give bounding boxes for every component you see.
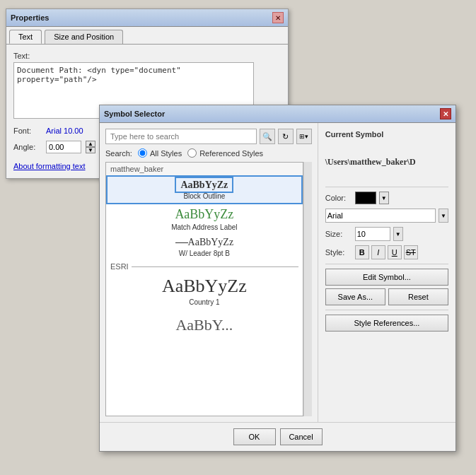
search-label: Search:: [105, 149, 132, 158]
list-item: AaBbY...: [106, 313, 303, 337]
edit-symbol-button[interactable]: Edit Symbol...: [325, 269, 448, 286]
font-value: Arial 10.00: [46, 127, 83, 135]
symbol-selector-window: Symbol Selector ✕ 🔍 ↻ ⊞▾ Search: All Sty…: [99, 105, 456, 452]
angle-up-btn[interactable]: ▲: [86, 141, 95, 147]
list-item[interactable]: AaBbYyZz Country 1: [106, 273, 303, 309]
about-formatting-link[interactable]: About formatting text: [13, 162, 86, 170]
search-row: 🔍 ↻ ⊞▾: [105, 129, 312, 144]
block-outline-preview: AaBbYyZz: [175, 180, 233, 191]
font-label: Font:: [13, 127, 42, 135]
match-address-symbol: AaBbYyZz: [175, 207, 233, 221]
country1-symbol: AaBbYyZz: [162, 276, 247, 296]
country1-name: Country 1: [189, 298, 219, 306]
block-outline-symbol: AaBbYyZz: [175, 177, 233, 193]
current-symbol-preview: \Users\matthew_baker\D: [325, 144, 448, 180]
symbol-list[interactable]: matthew_baker AaBbYyZz Block Outline AaB…: [105, 162, 303, 416]
search-button[interactable]: 🔍: [260, 129, 275, 144]
style-buttons: B I U ST: [355, 245, 418, 259]
search-input[interactable]: [105, 129, 257, 144]
size-label: Size:: [325, 230, 352, 238]
leader-preview: AaBbYyZz: [175, 237, 234, 248]
size-input[interactable]: [355, 227, 390, 241]
list-item[interactable]: AaBbYyZz Match Address Label: [106, 204, 303, 234]
reset-button[interactable]: Reset: [388, 288, 448, 305]
match-address-name: Match Address Label: [171, 223, 237, 231]
leader-arrow: AaBbYyZz: [175, 237, 234, 248]
divider-2: [325, 264, 448, 264]
esri-label: ESRI: [110, 262, 129, 271]
underline-button[interactable]: U: [388, 245, 402, 259]
symbol-close-button[interactable]: ✕: [440, 108, 451, 119]
symbol-body: 🔍 ↻ ⊞▾ Search: All Styles Referenced Sty…: [100, 123, 455, 422]
refresh-button[interactable]: ↻: [278, 129, 294, 144]
symbol-right-panel: Current Symbol \Users\matthew_baker\D Co…: [318, 123, 455, 422]
save-as-button[interactable]: Save As...: [325, 288, 385, 305]
symbol-titlebar: Symbol Selector ✕: [100, 105, 455, 123]
referenced-styles-label: Referenced Styles: [199, 149, 263, 158]
properties-title: Properties: [11, 13, 49, 22]
bottom-buttons: OK Cancel: [100, 422, 455, 451]
font-row: ▼: [325, 209, 448, 223]
list-item[interactable]: AaBbYyZz Block Outline: [106, 175, 303, 204]
symbol-left-panel: 🔍 ↻ ⊞▾ Search: All Styles Referenced Sty…: [100, 123, 318, 422]
symbol-title: Symbol Selector: [104, 110, 165, 118]
leader-symbol: AaBbYyZz: [188, 237, 234, 248]
block-outline-name: Block Outline: [183, 192, 225, 200]
color-label: Color:: [325, 194, 352, 202]
style-references-button[interactable]: Style References...: [325, 315, 448, 332]
arrow-line: [175, 242, 188, 243]
properties-tabs: Text Size and Position: [6, 27, 288, 45]
text-field-label: Text:: [13, 52, 281, 60]
list-item[interactable]: AaBbYyZz W/ Leader 8pt B: [106, 234, 303, 260]
match-address-preview: AaBbYyZz: [175, 207, 233, 222]
size-row: Size: ▼: [325, 227, 448, 241]
angle-input[interactable]: [46, 141, 81, 153]
tab-text[interactable]: Text: [9, 30, 42, 44]
color-row: Color: ▼: [325, 192, 448, 204]
current-symbol-title: Current Symbol: [325, 130, 448, 139]
current-symbol-path: \Users\matthew_baker\D: [325, 157, 416, 168]
style-label: Style:: [325, 248, 352, 257]
leader-name: W/ Leader 8pt B: [179, 250, 230, 257]
style-row: Style: B I U ST: [325, 245, 448, 259]
properties-titlebar: Properties ✕: [6, 9, 288, 27]
angle-spinner: ▲ ▼: [86, 141, 95, 153]
country1-preview: AaBbYyZz: [162, 276, 247, 297]
referenced-styles-radio-group: Referenced Styles: [187, 148, 263, 158]
properties-close-button[interactable]: ✕: [272, 12, 284, 23]
angle-label: Angle:: [13, 143, 42, 151]
font-dropdown-btn[interactable]: ▼: [439, 209, 448, 223]
tab-size-position[interactable]: Size and Position: [45, 30, 123, 44]
ok-button[interactable]: OK: [233, 428, 276, 445]
esri-divider: [132, 266, 298, 267]
all-styles-label: All Styles: [150, 149, 182, 158]
strikethrough-button[interactable]: ST: [404, 245, 418, 259]
divider-3: [325, 310, 448, 310]
referenced-styles-radio[interactable]: [187, 148, 197, 158]
group-header-matthew: matthew_baker: [106, 163, 303, 175]
size-dropdown-btn[interactable]: ▼: [393, 227, 403, 241]
divider-1: [325, 187, 448, 187]
font-select[interactable]: [325, 209, 436, 223]
group-header-esri: ESRI: [106, 260, 303, 273]
color-dropdown-btn[interactable]: ▼: [379, 192, 389, 204]
bold-button[interactable]: B: [355, 245, 369, 259]
symbol-list-scrollbar[interactable]: [303, 162, 312, 416]
color-swatch[interactable]: [355, 192, 376, 204]
cancel-button[interactable]: Cancel: [280, 428, 323, 445]
all-styles-radio-group: All Styles: [138, 148, 182, 158]
save-reset-row: Save As... Reset: [325, 288, 448, 305]
angle-down-btn[interactable]: ▼: [86, 147, 95, 153]
view-options-button[interactable]: ⊞▾: [296, 129, 312, 144]
italic-button[interactable]: I: [371, 245, 385, 259]
symbol-list-wrap: matthew_baker AaBbYyZz Block Outline AaB…: [105, 162, 312, 416]
extra-symbol: AaBbY...: [175, 316, 233, 334]
search-label-row: Search: All Styles Referenced Styles: [105, 148, 312, 158]
all-styles-radio[interactable]: [138, 148, 147, 158]
